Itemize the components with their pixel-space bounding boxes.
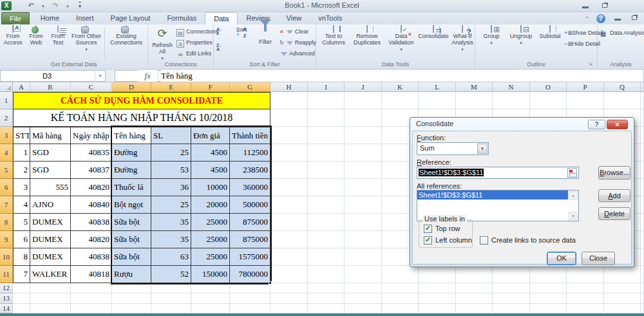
table-cell[interactable]: SGD — [30, 144, 71, 162]
table-cell[interactable]: 112500 — [230, 144, 270, 162]
tab-page-layout[interactable]: Page Layout — [102, 12, 159, 24]
tab-data[interactable]: Data — [205, 12, 238, 24]
table-cell[interactable]: 40818 — [71, 266, 112, 283]
cell[interactable] — [345, 283, 382, 293]
column-header-Q[interactable]: Q — [604, 82, 641, 92]
sort-button[interactable]: Sort — [231, 26, 252, 60]
cell[interactable] — [493, 293, 530, 304]
table-cell[interactable]: Đường — [112, 144, 151, 162]
what-if-analysis-button[interactable]: What-If Analysis — [450, 26, 475, 60]
data-analysis-button[interactable]: Data Analysis — [600, 28, 644, 38]
cell[interactable] — [456, 283, 493, 293]
table-header-cell[interactable]: Ngày nhập — [71, 127, 112, 144]
restore-button[interactable] — [598, 1, 613, 10]
workbook-minimize-button[interactable] — [611, 14, 626, 23]
browse-button[interactable]: Browse... — [598, 166, 630, 180]
merged-subtitle-cell[interactable]: KẾ TOÁN HÀNG NHẬP THÁNG 10/2018 — [13, 109, 270, 127]
range-selector-icon[interactable] — [567, 168, 577, 178]
table-cell[interactable]: 40820 — [71, 179, 112, 196]
group-button[interactable]: Group — [478, 26, 505, 60]
cell[interactable] — [230, 293, 270, 304]
cell[interactable] — [30, 283, 71, 293]
name-box[interactable]: D3 — [0, 70, 106, 82]
column-header-A[interactable]: A — [13, 82, 30, 92]
cell[interactable] — [604, 304, 641, 313]
table-cell[interactable]: 6 — [13, 231, 30, 248]
select-all-button[interactable] — [0, 82, 13, 92]
cell[interactable] — [345, 214, 382, 231]
table-cell[interactable]: 7800000 — [230, 266, 270, 283]
row-header-1[interactable]: 1 — [0, 92, 13, 109]
table-cell[interactable]: 25000 — [191, 214, 230, 231]
table-cell[interactable]: 53 — [151, 162, 191, 179]
cell[interactable] — [270, 162, 308, 179]
minimize-button[interactable] — [578, 1, 594, 10]
cell[interactable] — [71, 293, 112, 304]
table-cell[interactable]: Sữa bột — [112, 248, 151, 266]
cell[interactable] — [345, 162, 382, 179]
cell[interactable] — [567, 304, 604, 313]
edit-links-button[interactable]: Edit Links — [175, 49, 211, 59]
cell[interactable] — [230, 304, 270, 313]
table-cell[interactable]: 3 — [13, 179, 30, 196]
from-web-button[interactable]: From Web — [26, 26, 46, 60]
cell[interactable] — [270, 304, 308, 313]
cell[interactable] — [604, 92, 641, 109]
table-cell[interactable]: 150000 — [191, 266, 230, 283]
fill-handle[interactable] — [269, 281, 272, 284]
advanced-filter-button[interactable]: Advanced — [279, 49, 315, 59]
cell[interactable] — [151, 293, 191, 304]
data-validation-button[interactable]: Data Validation — [386, 26, 417, 60]
column-header-B[interactable]: B — [30, 82, 71, 92]
table-cell[interactable]: 25000 — [191, 231, 230, 248]
table-cell[interactable]: 10000 — [191, 179, 230, 196]
column-header-K[interactable]: K — [382, 82, 419, 92]
table-cell[interactable]: 2 — [13, 162, 30, 179]
cell[interactable] — [419, 304, 456, 313]
existing-connections-button[interactable]: Existing Connections — [107, 26, 146, 60]
row-header-12[interactable]: 12 — [0, 283, 13, 293]
cell[interactable] — [13, 283, 30, 293]
fx-icon[interactable]: fx — [138, 70, 157, 82]
tab-insert[interactable]: Insert — [68, 12, 102, 24]
table-cell[interactable]: Sữa bột — [112, 214, 151, 231]
table-cell[interactable]: 875000 — [230, 231, 270, 248]
from-other-sources-button[interactable]: From Other Sources — [70, 26, 103, 60]
connections-button[interactable]: Connections — [175, 27, 218, 37]
cell[interactable] — [270, 179, 308, 196]
cell[interactable] — [493, 266, 530, 283]
dialog-help-button[interactable] — [588, 120, 605, 129]
cell[interactable] — [382, 92, 419, 109]
formula-input[interactable]: Tên hàng — [161, 70, 643, 82]
cell[interactable] — [308, 248, 345, 266]
ok-button[interactable]: OK — [547, 252, 576, 265]
table-header-cell[interactable]: SL — [151, 127, 191, 144]
cell[interactable] — [270, 293, 308, 304]
cell[interactable] — [308, 283, 345, 293]
chevron-down-icon[interactable] — [477, 144, 488, 154]
sort-descending-button[interactable]: Z↓A — [216, 44, 227, 53]
table-cell[interactable]: 25 — [151, 144, 191, 162]
workbook-restore-button[interactable] — [627, 14, 643, 23]
column-header-D[interactable]: D — [112, 82, 151, 92]
cell[interactable] — [419, 293, 456, 304]
table-cell[interactable]: 40840 — [71, 196, 112, 214]
cell[interactable] — [112, 304, 151, 313]
table-cell[interactable]: 238500 — [230, 162, 270, 179]
cell[interactable] — [308, 304, 345, 313]
collapse-ribbon-icon[interactable] — [582, 15, 591, 23]
table-cell[interactable]: 35 — [151, 231, 191, 248]
table-cell[interactable]: 20000 — [191, 196, 230, 214]
tab-home[interactable]: Home — [32, 12, 68, 24]
filter-button[interactable]: Filter — [254, 26, 277, 60]
table-cell[interactable]: Bột ngọt — [112, 196, 151, 214]
column-header-F[interactable]: F — [191, 82, 230, 92]
cell[interactable] — [151, 304, 191, 313]
remove-duplicates-button[interactable]: Remove Duplicates — [350, 26, 384, 60]
table-cell[interactable]: 40820 — [71, 231, 112, 248]
table-header-cell[interactable]: Thành tiền — [230, 127, 270, 144]
table-cell[interactable]: 5 — [13, 214, 30, 231]
table-cell[interactable]: 40838 — [71, 248, 112, 266]
table-cell[interactable]: 4 — [13, 196, 30, 214]
cell[interactable] — [530, 293, 567, 304]
